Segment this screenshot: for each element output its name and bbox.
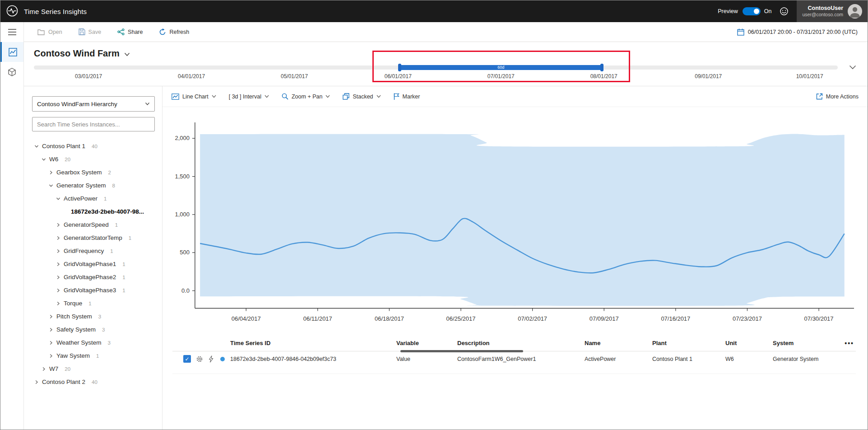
table-more-button[interactable]: •••: [845, 340, 856, 347]
stacked-button[interactable]: Stacked: [343, 93, 381, 100]
refresh-button[interactable]: Refresh: [159, 28, 189, 36]
tree-item-18672e3d-2beb-4007-98[interactable]: 18672e3d-2beb-4007-98...: [32, 205, 155, 218]
search-input[interactable]: [32, 117, 155, 131]
open-button[interactable]: Open: [37, 29, 62, 35]
table-header-row: Time Series IDVariableDescriptionNamePla…: [172, 335, 856, 351]
chevron-right-icon[interactable]: [34, 380, 39, 384]
row-checkbox[interactable]: ✓: [183, 355, 191, 363]
table-row[interactable]: ✓18672e3d-2beb-4007-9846-042b09ef3c73Val…: [172, 351, 856, 374]
share-button[interactable]: Share: [117, 28, 143, 35]
chevron-down-icon[interactable]: [34, 144, 39, 149]
chevron-right-icon[interactable]: [56, 275, 60, 280]
tree-item-w6[interactable]: W620: [32, 153, 155, 166]
tree-item-label: GridVoltagePhase1: [64, 261, 116, 267]
date-range-picker[interactable]: 06/01/2017 20:00 - 07/31/2017 20:00 (UTC…: [737, 28, 858, 36]
chevron-right-icon[interactable]: [48, 314, 53, 319]
tree-item-torque[interactable]: Torque1: [32, 297, 155, 310]
chevron-right-icon[interactable]: [41, 367, 46, 371]
tree-item-count: 8: [112, 183, 115, 188]
save-button-label: Save: [88, 29, 102, 35]
tree-item-label: Pitch System: [56, 313, 92, 320]
tree-item-gridvoltagephase1[interactable]: GridVoltagePhase11: [32, 257, 155, 271]
rail-analyze-chart-icon[interactable]: [0, 42, 23, 62]
more-actions-button[interactable]: More Actions: [816, 93, 859, 100]
tree-item-gearbox-system[interactable]: Gearbox System2: [32, 166, 155, 179]
table-scrollbar-thumb[interactable]: [400, 350, 523, 352]
tree-item-label: Weather System: [56, 339, 102, 346]
tree-item-gridvoltagephase2[interactable]: GridVoltagePhase21: [32, 271, 155, 284]
tree-item-count: 1: [122, 262, 125, 267]
tree-item-label: 18672e3d-2beb-4007-98...: [71, 208, 144, 215]
chevron-right-icon[interactable]: [56, 223, 60, 227]
chevron-right-icon[interactable]: [48, 341, 53, 345]
tree-item-count: 3: [98, 314, 101, 319]
hierarchy-selector[interactable]: Contoso WindFarm Hierarchy: [32, 96, 155, 112]
tree-item-generator-system[interactable]: Generator System8: [32, 179, 155, 192]
zoom-pan-button[interactable]: Zoom + Pan: [282, 93, 330, 100]
table-header-plant: Plant: [652, 340, 725, 346]
availability-timeline[interactable]: 60d 03/01/201704/01/201705/01/201706/01/…: [34, 61, 838, 84]
tree-item-generatorstatortemp[interactable]: GeneratorStatorTemp1: [32, 231, 155, 244]
tsi-logo-icon[interactable]: [6, 5, 19, 19]
chevron-down-icon[interactable]: [48, 183, 53, 188]
tree-item-gridfrequency[interactable]: GridFrequency1: [32, 244, 155, 257]
save-disk-icon: [79, 28, 85, 35]
tree-item-weather-system[interactable]: Weather System3: [32, 336, 155, 349]
timeline-expand-chevron-icon[interactable]: [838, 61, 868, 84]
timeline-handle-right[interactable]: [600, 64, 603, 71]
y-tick-label: 500: [180, 249, 190, 256]
interval-button[interactable]: [ 3d ] Interval: [229, 93, 269, 100]
minmax-band: [200, 134, 845, 306]
tree-item-contoso-plant-1[interactable]: Contoso Plant 140: [32, 140, 155, 153]
tree-item-gridvoltagephase3[interactable]: GridVoltagePhase31: [32, 284, 155, 297]
tree-item-count: 1: [115, 222, 118, 228]
hamburger-menu-icon[interactable]: [0, 22, 23, 42]
tree-item-label: Contoso Plant 1: [42, 143, 85, 150]
timeline-date-label: 10/01/2017: [796, 73, 823, 79]
tree-item-label: Generator System: [56, 182, 106, 189]
feedback-smiley-icon[interactable]: [780, 7, 789, 16]
title-row: Contoso Wind Farm: [24, 42, 868, 59]
lightning-icon[interactable]: [208, 355, 215, 363]
chevron-right-icon[interactable]: [48, 354, 53, 358]
chevron-right-icon[interactable]: [48, 327, 53, 332]
series-settings-gear-icon[interactable]: [196, 355, 203, 363]
timeline-selection[interactable]: 60d: [399, 65, 602, 70]
preview-toggle[interactable]: [743, 7, 761, 15]
chevron-down-icon[interactable]: [41, 157, 46, 162]
timeline-date-labels: 03/01/201704/01/201705/01/201706/01/2017…: [34, 73, 838, 80]
cell-time-series-id: 18672e3d-2beb-4007-9846-042b09ef3c73: [230, 356, 396, 362]
tree-item-pitch-system[interactable]: Pitch System3: [32, 310, 155, 323]
timeline-date-label: 08/01/2017: [590, 73, 617, 79]
tree-item-label: GridVoltagePhase2: [64, 274, 116, 280]
chevron-right-icon[interactable]: [56, 262, 60, 266]
tree-item-w7[interactable]: W720: [32, 362, 155, 375]
chevron-right-icon[interactable]: [56, 288, 60, 293]
preview-label: Preview: [718, 8, 738, 14]
chevron-down-icon[interactable]: [56, 196, 60, 201]
refresh-icon: [159, 28, 166, 36]
interval-label: [ 3d ] Interval: [229, 93, 261, 100]
chevron-right-icon[interactable]: [48, 170, 53, 175]
chevron-right-icon[interactable]: [56, 236, 60, 240]
tree-item-generatorspeed[interactable]: GeneratorSpeed1: [32, 218, 155, 231]
tree-item-activepower[interactable]: ActivePower1: [32, 192, 155, 205]
chart-type-button[interactable]: Line Chart: [172, 93, 216, 100]
y-tick-label: 0.0: [181, 287, 190, 294]
timeline-handle-left[interactable]: [398, 64, 401, 71]
account-menu[interactable]: ContosoUser user@contoso.com: [797, 0, 868, 22]
timeline-date-label: 04/01/2017: [178, 73, 205, 79]
chart-toolbar: Line Chart [ 3d ] Interval Zoom + Pan: [162, 86, 868, 107]
chevron-right-icon[interactable]: [56, 301, 60, 306]
rail-model-icon[interactable]: [0, 62, 23, 82]
tree-item-contoso-plant-2[interactable]: Contoso Plant 240: [32, 375, 155, 388]
timeline-date-label: 05/01/2017: [281, 73, 308, 79]
chevron-right-icon[interactable]: [56, 249, 60, 253]
title-chevron-down-icon[interactable]: [124, 52, 130, 56]
tree-item-safety-system[interactable]: Safety System3: [32, 323, 155, 336]
line-chart[interactable]: 2,0001,5001,0005000.006/04/201706/11/201…: [162, 109, 868, 334]
save-button[interactable]: Save: [79, 28, 102, 35]
marker-button[interactable]: Marker: [394, 93, 420, 100]
timeline-date-label: 09/01/2017: [695, 73, 722, 79]
tree-item-yaw-system[interactable]: Yaw System1: [32, 349, 155, 362]
